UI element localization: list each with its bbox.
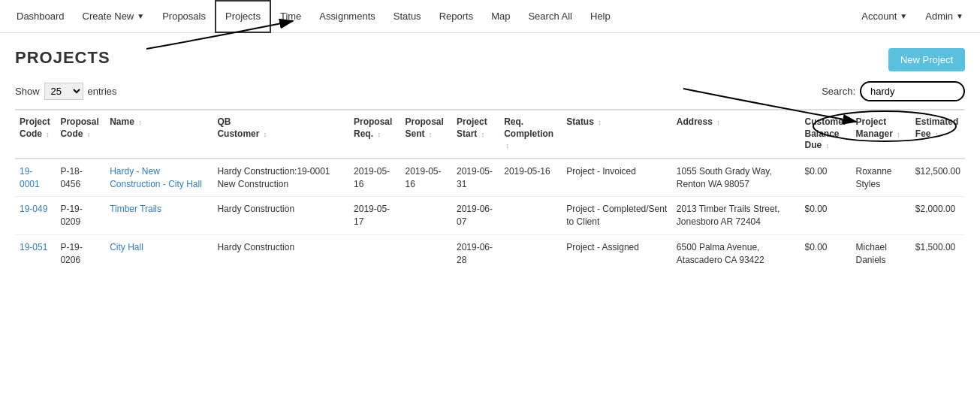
project-code-link[interactable]: 19-0001	[20, 166, 40, 189]
cell-proposal-code: P-19-0209	[56, 197, 105, 235]
account-dropdown-icon: ▼	[900, 12, 907, 20]
cell-estimated-fee: $12,500.00	[911, 159, 965, 197]
entries-label: entries	[88, 86, 117, 97]
cell-proposal-req: 2019-05-17	[349, 197, 400, 235]
col-project-manager: ProjectManager ↕	[852, 110, 911, 159]
entries-select[interactable]: 25 10 50 100	[44, 83, 83, 100]
table-wrapper: ProjectCode ↕ ProposalCode ↕ Name ↕ QBCu…	[15, 109, 965, 273]
col-proposal-req: ProposalReq. ↕	[349, 110, 400, 159]
cell-proposal-code: P-18-0456	[56, 159, 105, 197]
cell-balance-due: $0.00	[800, 234, 851, 272]
project-name-link[interactable]: Hardy - New Construction - City Hall	[110, 166, 202, 189]
page-title: PROJECTS	[15, 48, 110, 68]
project-code-link[interactable]: 19-049	[20, 204, 47, 214]
page-header: PROJECTS New Project	[15, 48, 965, 74]
cell-qb-customer: Hardy Construction	[213, 197, 349, 235]
cell-address: 6500 Palma Avenue, Atascadero CA 93422	[672, 234, 801, 272]
cell-balance-due: $0.00	[800, 197, 851, 235]
col-proposal-code: ProposalCode ↕	[56, 110, 105, 159]
search-input[interactable]	[867, 84, 957, 98]
cell-proposal-sent	[401, 234, 452, 272]
search-area: Search:	[822, 81, 965, 101]
nav-assignments[interactable]: Assignments	[310, 0, 384, 33]
col-qb-customer: QBCustomer ↕	[213, 110, 349, 159]
nav-help[interactable]: Help	[581, 0, 620, 33]
show-entries-control: Show 25 10 50 100 entries	[15, 83, 117, 100]
cell-status: Project - Invoiced	[562, 159, 672, 197]
cell-project-code: 19-051	[15, 234, 56, 272]
cell-address: 2013 Timber Trails Street, Jonesboro AR …	[672, 197, 801, 235]
cell-qb-customer: Hardy Construction	[213, 234, 349, 272]
nav-account[interactable]: Account ▼	[852, 0, 916, 33]
nav-admin[interactable]: Admin ▼	[916, 0, 972, 33]
cell-req-completion: 2019-05-16	[499, 159, 562, 197]
cell-name: Timber Trails	[105, 197, 213, 235]
projects-table: ProjectCode ↕ ProposalCode ↕ Name ↕ QBCu…	[15, 109, 965, 273]
cell-qb-customer: Hardy Construction:19-0001 New Construct…	[213, 159, 349, 197]
cell-estimated-fee: $2,000.00	[911, 197, 965, 235]
nav-search-all[interactable]: Search All	[519, 0, 581, 33]
project-name-link[interactable]: Timber Trails	[110, 204, 161, 214]
main-content: PROJECTS New Project Show 25 10 50 100 e…	[0, 33, 980, 280]
table-controls: Show 25 10 50 100 entries Search:	[15, 81, 965, 101]
cell-name: Hardy - New Construction - City Hall	[105, 159, 213, 197]
table-row: 19-051 P-19-0206 City Hall Hardy Constru…	[15, 234, 965, 272]
cell-proposal-sent: 2019-05-16	[401, 159, 452, 197]
cell-proposal-req	[349, 234, 400, 272]
cell-project-start: 2019-06-07	[452, 197, 499, 235]
admin-dropdown-icon: ▼	[956, 12, 963, 20]
cell-status: Project - Completed/Sent to Client	[562, 197, 672, 235]
col-req-completion: Req.Completion ↕	[499, 110, 562, 159]
new-project-button[interactable]: New Project	[888, 48, 965, 71]
col-proposal-sent: ProposalSent ↕	[401, 110, 452, 159]
table-row: 19-049 P-19-0209 Timber Trails Hardy Con…	[15, 197, 965, 235]
table-header-row: ProjectCode ↕ ProposalCode ↕ Name ↕ QBCu…	[15, 110, 965, 159]
col-project-code: ProjectCode ↕	[15, 110, 56, 159]
nav-reports[interactable]: Reports	[430, 0, 483, 33]
nav-time[interactable]: Time	[271, 0, 310, 33]
project-name-link[interactable]: City Hall	[110, 242, 143, 252]
table-body: 19-0001 P-18-0456 Hardy - New Constructi…	[15, 159, 965, 273]
table-row: 19-0001 P-18-0456 Hardy - New Constructi…	[15, 159, 965, 197]
show-label: Show	[15, 86, 40, 97]
create-new-dropdown-icon: ▼	[137, 12, 144, 20]
nav-map[interactable]: Map	[482, 0, 519, 33]
col-status: Status ↕	[562, 110, 672, 159]
cell-status: Project - Assigned	[562, 234, 672, 272]
cell-address: 1055 South Grady Way, Renton WA 98057	[672, 159, 801, 197]
cell-project-start: 2019-06-28	[452, 234, 499, 272]
cell-proposal-code: P-19-0206	[56, 234, 105, 272]
project-code-link[interactable]: 19-051	[20, 242, 47, 252]
col-balance-due: CustomerBalanceDue ↕	[800, 110, 851, 159]
search-oval	[860, 81, 965, 101]
cell-project-code: 19-049	[15, 197, 56, 235]
cell-project-manager: Roxanne Styles	[852, 159, 911, 197]
nav-projects[interactable]: Projects	[215, 0, 271, 33]
col-address: Address ↕	[672, 110, 801, 159]
cell-proposal-req: 2019-05-16	[349, 159, 400, 197]
cell-estimated-fee: $1,500.00	[911, 234, 965, 272]
cell-name: City Hall	[105, 234, 213, 272]
cell-project-start: 2019-05-31	[452, 159, 499, 197]
col-project-start: ProjectStart ↕	[452, 110, 499, 159]
cell-req-completion	[499, 234, 562, 272]
cell-project-manager	[852, 197, 911, 235]
cell-project-code: 19-0001	[15, 159, 56, 197]
nav-bar: Dashboard Create New ▼ Proposals Project…	[0, 0, 980, 33]
cell-project-manager: Michael Daniels	[852, 234, 911, 272]
cell-req-completion	[499, 197, 562, 235]
nav-dashboard[interactable]: Dashboard	[8, 0, 74, 33]
nav-proposals[interactable]: Proposals	[153, 0, 215, 33]
col-name: Name ↕	[105, 110, 213, 159]
cell-proposal-sent	[401, 197, 452, 235]
cell-balance-due: $0.00	[800, 159, 851, 197]
nav-create-new[interactable]: Create New ▼	[74, 0, 154, 33]
col-estimated-fee: EstimatedFee ↕	[911, 110, 965, 159]
nav-status[interactable]: Status	[384, 0, 430, 33]
search-label: Search:	[822, 86, 855, 97]
